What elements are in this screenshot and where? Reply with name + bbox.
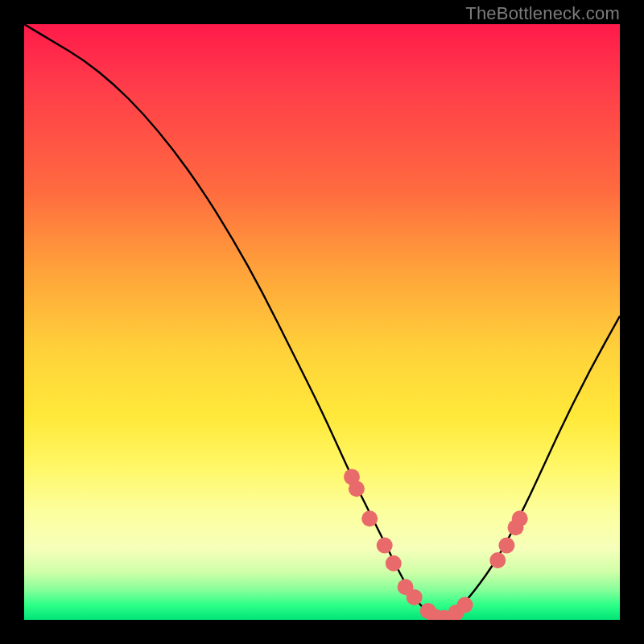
highlight-dot — [498, 538, 514, 554]
highlight-dots — [344, 469, 528, 620]
highlight-dot — [407, 589, 423, 605]
highlight-dot — [489, 552, 506, 568]
bottleneck-curve — [24, 24, 620, 618]
curve-path — [24, 24, 620, 618]
highlight-dot — [361, 510, 378, 526]
watermark-text: TheBottleneck.com — [465, 3, 620, 24]
highlight-dot — [349, 481, 365, 497]
highlight-dot — [457, 597, 473, 613]
chart-frame: TheBottleneck.com — [0, 0, 644, 644]
highlight-dot — [377, 538, 393, 554]
highlight-dot — [386, 555, 402, 572]
highlight-dot — [512, 510, 528, 526]
curve-svg — [24, 24, 620, 620]
plot-area — [24, 24, 620, 620]
